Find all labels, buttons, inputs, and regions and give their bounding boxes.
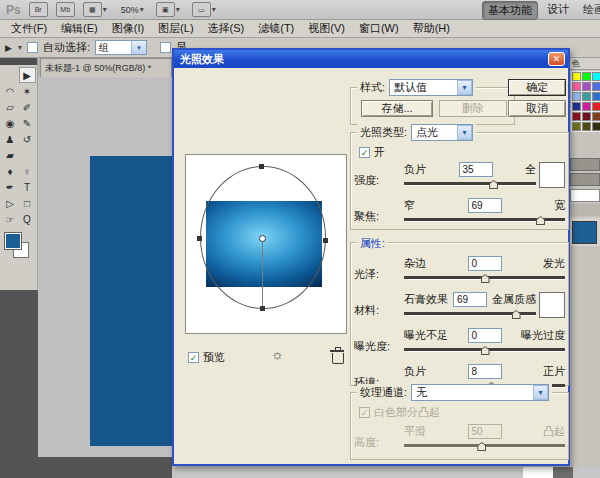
ok-button[interactable]: 确定 <box>508 79 566 96</box>
auto-select-checkbox[interactable] <box>27 42 38 53</box>
blur-tool[interactable]: ♦ <box>2 163 19 179</box>
color-swatch[interactable] <box>572 82 581 91</box>
healing-brush-tool[interactable]: ◉ <box>2 115 19 131</box>
slider-value-input[interactable]: 0 <box>468 256 502 271</box>
color-swatch[interactable] <box>582 112 591 121</box>
slider-track[interactable] <box>404 345 565 355</box>
light-handle-bottom[interactable] <box>260 306 265 311</box>
slider-value-input[interactable]: 69 <box>453 292 487 307</box>
history-brush-tool[interactable]: ↺ <box>19 131 36 147</box>
light-on-checkbox[interactable]: ✓ <box>359 147 370 158</box>
brush-tool[interactable]: ✎ <box>19 115 36 131</box>
texture-channel-dropdown[interactable]: 无 ▾ <box>411 384 549 401</box>
tools-panel-header[interactable] <box>0 58 37 65</box>
eyedropper-tool[interactable]: ✐ <box>19 99 36 115</box>
color-swatch[interactable] <box>582 122 591 131</box>
swatches-panel-tab[interactable]: 色 <box>570 58 600 70</box>
pen-tool[interactable]: ✒ <box>2 179 19 195</box>
cancel-button[interactable]: 取消 <box>508 100 566 117</box>
layers-filter-field[interactable] <box>570 189 600 202</box>
color-swatch[interactable] <box>592 82 600 91</box>
rect-marquee-tool[interactable] <box>2 67 19 83</box>
light-handle-top[interactable] <box>259 164 264 169</box>
menu-item[interactable]: 图层(L) <box>151 21 200 36</box>
preview-checkbox[interactable]: ✓ <box>188 352 199 363</box>
panel-tab-fragment[interactable] <box>570 173 600 186</box>
type-tool[interactable]: T <box>19 179 36 195</box>
color-swatch[interactable] <box>572 122 581 131</box>
menu-item[interactable]: 文件(F) <box>4 21 54 36</box>
show-transform-checkbox[interactable] <box>160 42 171 53</box>
slider-track[interactable] <box>404 273 565 283</box>
color-swatch[interactable] <box>582 92 591 101</box>
arrange-documents-button[interactable]: ▣ ▾ <box>156 2 180 17</box>
color-swatch[interactable] <box>592 112 600 121</box>
zoom-tool[interactable]: Q <box>19 211 36 227</box>
color-swatch[interactable] <box>592 102 600 111</box>
document-content[interactable] <box>90 156 174 446</box>
hand-tool[interactable]: ☞ <box>2 211 19 227</box>
slider-value-input[interactable]: 0 <box>468 328 502 343</box>
view-extras-button[interactable]: ▦ ▾ <box>83 2 107 17</box>
gradient-tool[interactable] <box>19 147 36 163</box>
color-swatch[interactable] <box>572 112 581 121</box>
magic-wand-tool[interactable]: ✶ <box>19 83 36 99</box>
light-color-swatch[interactable] <box>539 292 565 318</box>
light-center-handle[interactable] <box>259 235 266 242</box>
slider-track[interactable] <box>404 309 536 319</box>
menu-item[interactable]: 视图(V) <box>301 21 352 36</box>
slider-value-input[interactable]: 8 <box>468 364 502 379</box>
light-bulb-icon[interactable]: ☼ <box>271 346 284 362</box>
lasso-tool[interactable]: ◠ <box>2 83 19 99</box>
layer-thumbnail[interactable] <box>572 221 597 244</box>
color-swatch[interactable] <box>592 92 600 101</box>
trash-icon[interactable] <box>332 353 344 364</box>
dialog-title-bar[interactable]: 光照效果 <box>174 50 568 68</box>
menu-item[interactable]: 编辑(E) <box>54 21 105 36</box>
layer-row[interactable] <box>570 218 600 246</box>
color-swatch[interactable] <box>592 72 600 81</box>
slider-track[interactable] <box>404 215 565 225</box>
move-tool[interactable]: ▶ <box>19 67 36 83</box>
close-icon[interactable]: ✕ <box>548 52 565 66</box>
light-color-swatch[interactable] <box>539 162 565 188</box>
menu-item[interactable]: 滤镜(T) <box>251 21 301 36</box>
slider-track[interactable] <box>404 441 565 451</box>
workspace-button[interactable]: 基本功能 <box>482 1 538 20</box>
bridge-icon[interactable]: Br <box>29 2 48 17</box>
slider-track[interactable] <box>404 179 536 189</box>
zoom-level-control[interactable]: 50% ▾ <box>121 5 144 15</box>
workspace-button[interactable]: 绘画 <box>578 1 600 20</box>
dodge-tool[interactable]: ♀ <box>19 163 36 179</box>
eraser-tool[interactable]: ▰ <box>2 147 19 163</box>
slider-value-input[interactable]: 69 <box>468 198 502 213</box>
auto-select-dropdown[interactable]: 组 ▾ <box>95 40 147 55</box>
color-swatch[interactable] <box>582 102 591 111</box>
light-type-dropdown[interactable]: 点光 ▾ <box>411 124 473 141</box>
shape-tool[interactable]: □ <box>19 195 36 211</box>
screen-mode-button[interactable]: ▭ ▾ <box>192 2 216 17</box>
slider-value-input[interactable]: 35 <box>459 162 493 177</box>
panel-tab-fragment[interactable] <box>570 158 600 171</box>
color-swatch[interactable] <box>572 102 581 111</box>
mini-bridge-icon[interactable]: Mb <box>56 2 75 17</box>
crop-tool[interactable]: ▱ <box>2 99 19 115</box>
clone-stamp-tool[interactable]: ♟ <box>2 131 19 147</box>
menu-item[interactable]: 选择(S) <box>201 21 252 36</box>
color-swatch[interactable] <box>582 72 591 81</box>
document-tab[interactable]: 未标题-1 @ 50%(RGB/8) * <box>40 58 172 77</box>
path-select-tool[interactable]: ▷ <box>2 195 19 211</box>
menu-item[interactable]: 窗口(W) <box>352 21 406 36</box>
foreground-color-swatch[interactable] <box>4 232 22 250</box>
color-swatch[interactable] <box>592 122 600 131</box>
style-dropdown[interactable]: 默认值 ▾ <box>389 79 473 96</box>
menu-item[interactable]: 图像(I) <box>105 21 151 36</box>
color-swatch[interactable] <box>572 92 581 101</box>
color-swatch[interactable] <box>572 72 581 81</box>
save-button[interactable]: 存储... <box>361 100 433 117</box>
workspace-button[interactable]: 设计 <box>542 1 574 20</box>
color-swatch[interactable] <box>582 82 591 91</box>
slider-value-input[interactable]: 50 <box>468 424 502 439</box>
light-handle-right[interactable] <box>323 238 328 243</box>
light-handle-left[interactable] <box>197 236 202 241</box>
